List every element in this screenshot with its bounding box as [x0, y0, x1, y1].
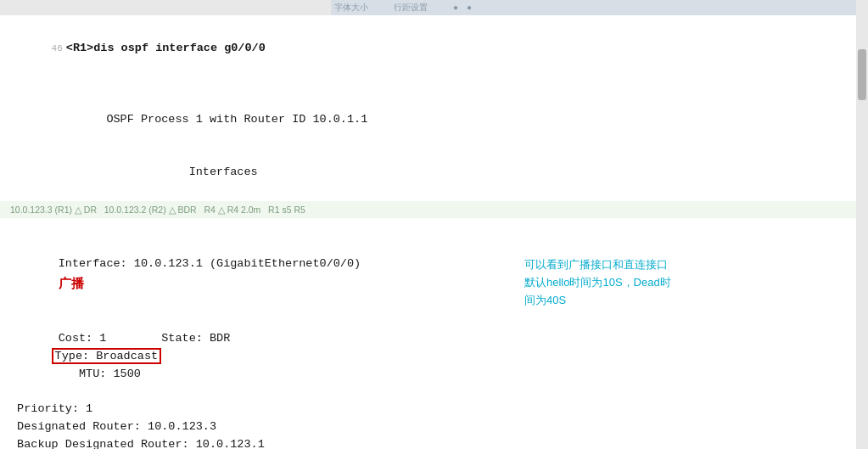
- interface-line: Interface: 10.0.123.1 (GigabitEthernet0/…: [10, 238, 858, 312]
- screen: 字体大小 行距设置 ● ● 46<R1>dis ospf interface g…: [0, 0, 868, 449]
- ospf-interfaces-line: Interfaces: [10, 146, 858, 199]
- terminal-area: 46<R1>dis ospf interface g0/0/0 OSPF Pro…: [0, 15, 868, 449]
- cost-state-type-line: Cost: 1 State: BDR Type: Broadcast MTU: …: [10, 312, 858, 401]
- annotation-guangbo: 广播: [59, 276, 84, 290]
- bg-overlay-text: 字体大小 行距设置 ● ●: [334, 2, 472, 14]
- top-bar-text: [7, 2, 15, 14]
- scrollbar[interactable]: [856, 15, 868, 449]
- scrollbar-thumb[interactable]: [858, 49, 866, 100]
- topo-bar: 10.0.123.3 (R1) △ DR 10.0.123.2 (R2) △ B…: [0, 201, 868, 218]
- topo-bar-text: 10.0.123.3 (R1) △ DR 10.0.123.2 (R2) △ B…: [10, 205, 305, 215]
- dr-line: Designated Router: 10.0.123.3: [10, 418, 858, 436]
- annotation-comment-box: 可以看到广播接口和直连接口默认hello时间为10S，Dead时间为40S: [524, 256, 677, 309]
- ospf-process-line1: OSPF Process 1 with Router ID 10.0.1.1: [10, 93, 858, 147]
- cmd1-text: <R1>dis ospf interface g0/0/0: [66, 42, 266, 54]
- type-broadcast-box: Type: Broadcast: [52, 348, 162, 364]
- blank1: [10, 76, 858, 93]
- line-num-indicator: 46<R1>dis ospf interface g0/0/0: [10, 22, 858, 76]
- priority-line: Priority: 1: [10, 401, 858, 418]
- blank2: [10, 220, 858, 238]
- bg-overlay: 字体大小 行距设置 ● ●: [331, 0, 856, 15]
- bdr-line: Backup Designated Router: 10.0.123.1: [10, 436, 858, 449]
